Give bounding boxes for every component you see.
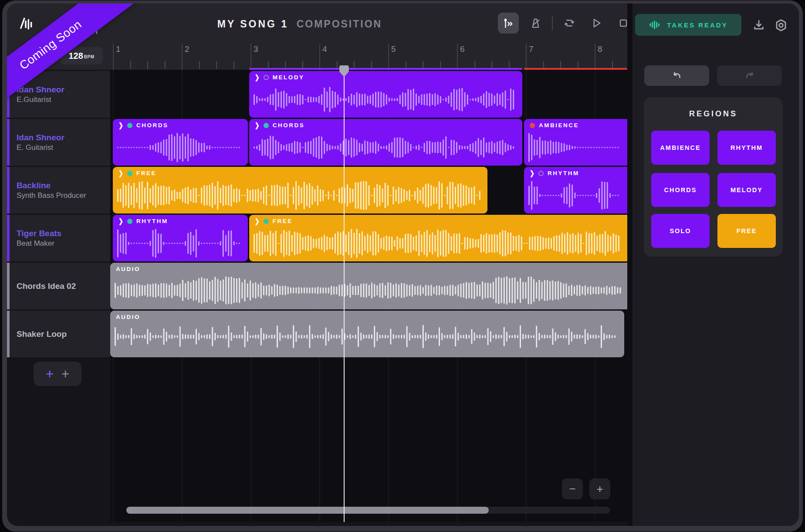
loop-icon bbox=[563, 17, 575, 29]
ruler-minor-tick bbox=[130, 61, 131, 69]
outline-status-dot bbox=[538, 171, 544, 176]
track-subtitle: Beat Maker bbox=[17, 239, 61, 248]
region-label: MELODY bbox=[273, 74, 304, 81]
ruler-minor-tick bbox=[216, 61, 217, 69]
track-header[interactable]: BacklineSynth Bass Producer bbox=[7, 167, 110, 213]
region-waveform bbox=[114, 274, 624, 307]
download-button[interactable] bbox=[750, 17, 768, 34]
redo-icon bbox=[744, 70, 756, 82]
region-chords-1[interactable]: ❯CHORDS bbox=[113, 119, 248, 166]
region-button-free[interactable]: FREE bbox=[717, 214, 776, 248]
track-meta: BacklineSynth Bass Producer bbox=[17, 180, 86, 200]
bpm-unit: BPM bbox=[84, 54, 95, 59]
settings-button[interactable] bbox=[772, 17, 790, 34]
region-ambience-3[interactable]: AMBIENCE bbox=[524, 119, 627, 166]
undo-button[interactable] bbox=[644, 65, 709, 86]
region-label: FREE bbox=[273, 218, 293, 224]
teal-status-dot bbox=[264, 219, 269, 224]
add-track-button[interactable]: + bbox=[46, 367, 54, 381]
view-mode-label: COMPOSITION bbox=[297, 18, 382, 30]
ruler-bar-number: 5 bbox=[391, 44, 396, 54]
track-meta: Chords Idea 02 bbox=[17, 281, 76, 291]
region-button-chords[interactable]: CHORDS bbox=[651, 173, 710, 207]
outline-status-dot bbox=[264, 75, 269, 80]
panel-divider bbox=[627, 3, 632, 526]
region-label: RHYTHM bbox=[136, 218, 168, 224]
track-header[interactable]: Chords Idea 02 bbox=[7, 263, 110, 309]
ruler-bar-number: 7 bbox=[529, 44, 534, 54]
expand-chevron-icon[interactable]: ❯ bbox=[118, 217, 123, 225]
region-label: AUDIO bbox=[116, 266, 140, 272]
metronome-icon bbox=[530, 17, 541, 29]
timeline-ruler[interactable]: 12345678 bbox=[110, 44, 627, 70]
song-title: MY SONG 1 bbox=[217, 18, 288, 30]
timeline-workspace[interactable]: ❯MELODY❯CHORDS❯CHORDSAMBIENCE❯FREE❯RHYTH… bbox=[110, 44, 627, 522]
bpm-value: 128 bbox=[68, 51, 83, 61]
track-header[interactable]: Idan ShneorE. Guitarist bbox=[7, 119, 110, 166]
region-melody-0[interactable]: ❯MELODY bbox=[249, 71, 522, 118]
track-meta: Idan ShneorE. Guitarist bbox=[17, 132, 64, 152]
track-name: Backline bbox=[17, 180, 86, 191]
horizontal-scrollbar-thumb[interactable] bbox=[126, 507, 489, 514]
play-button[interactable] bbox=[586, 13, 607, 34]
track-subtitle: Synth Bass Producer bbox=[17, 191, 86, 200]
ruler-bar-number: 2 bbox=[185, 44, 189, 54]
expand-chevron-icon[interactable]: ❯ bbox=[255, 122, 260, 129]
ruler-minor-tick bbox=[199, 61, 200, 69]
expand-chevron-icon[interactable]: ❯ bbox=[118, 122, 123, 129]
metronome-button[interactable] bbox=[525, 13, 546, 34]
expand-chevron-icon[interactable]: ❯ bbox=[530, 169, 534, 177]
track-subtitle: E.Guitarist bbox=[17, 95, 64, 104]
playhead-line[interactable] bbox=[344, 69, 345, 522]
add-generic-track-button[interactable]: + bbox=[61, 367, 69, 381]
horizontal-scrollbar-track[interactable] bbox=[126, 507, 610, 514]
region-free-7[interactable]: ❯FREE bbox=[249, 215, 627, 261]
add-track-group: + + bbox=[34, 362, 81, 386]
zoom-out-button[interactable]: − bbox=[562, 478, 583, 499]
region-chords-2[interactable]: ❯CHORDS bbox=[249, 119, 522, 166]
track-header[interactable]: Shaker Loop bbox=[7, 311, 110, 357]
region-header: ❯RHYTHM bbox=[118, 218, 168, 224]
track-meta: Idan ShneorE.Guitarist bbox=[17, 85, 64, 104]
bar-gridline-ruler bbox=[457, 44, 458, 70]
expand-chevron-icon[interactable]: ❯ bbox=[118, 169, 123, 177]
takes-ready-badge[interactable]: TAKES READY bbox=[635, 14, 741, 36]
region-button-melody[interactable]: MELODY bbox=[717, 173, 776, 207]
track-name: Chords Idea 02 bbox=[17, 281, 76, 291]
region-waveform bbox=[528, 180, 623, 211]
region-free-4[interactable]: ❯FREE bbox=[113, 167, 487, 213]
zoom-in-button[interactable]: + bbox=[589, 478, 610, 499]
region-label: CHORDS bbox=[273, 122, 305, 129]
region-waveform bbox=[114, 322, 620, 351]
region-waveform bbox=[528, 132, 623, 163]
region-audio-8[interactable]: AUDIO bbox=[110, 263, 627, 309]
ruler-minor-tick bbox=[165, 61, 166, 69]
region-waveform bbox=[253, 84, 519, 115]
track-subtitle: E. Guitarist bbox=[17, 143, 64, 152]
ruler-bar-number: 3 bbox=[254, 44, 258, 54]
follow-playhead-button[interactable] bbox=[498, 13, 519, 34]
expand-chevron-icon[interactable]: ❯ bbox=[255, 74, 260, 81]
track-header[interactable]: Tiger BeatsBeat Maker bbox=[7, 215, 110, 261]
regions-card: REGIONS AMBIENCE RHYTHM CHORDS MELODY SO… bbox=[644, 97, 783, 257]
region-button-solo[interactable]: SOLO bbox=[651, 214, 710, 248]
track-name: Tiger Beats bbox=[17, 228, 61, 239]
expand-chevron-icon[interactable]: ❯ bbox=[255, 217, 260, 225]
app-logo-icon bbox=[17, 16, 34, 34]
loop-button[interactable] bbox=[559, 13, 580, 34]
region-rhythm-6[interactable]: ❯RHYTHM bbox=[113, 215, 248, 261]
ruler-bar-number: 8 bbox=[598, 44, 602, 54]
regions-card-title: REGIONS bbox=[644, 109, 783, 119]
region-header: AMBIENCE bbox=[530, 122, 579, 129]
ruler-minor-tick bbox=[233, 61, 234, 69]
region-button-ambience[interactable]: AMBIENCE bbox=[651, 131, 710, 165]
teal-status-dot bbox=[127, 171, 132, 176]
track-color-stripe bbox=[7, 119, 10, 166]
region-audio-9[interactable]: AUDIO bbox=[110, 311, 624, 357]
region-rhythm-5[interactable]: ❯RHYTHM bbox=[524, 167, 627, 213]
transport-controls bbox=[498, 13, 634, 34]
region-button-rhythm[interactable]: RHYTHM bbox=[717, 131, 776, 165]
track-color-stripe bbox=[7, 263, 10, 309]
ruler-bar-number: 1 bbox=[116, 44, 121, 54]
redo-button[interactable] bbox=[717, 65, 782, 86]
